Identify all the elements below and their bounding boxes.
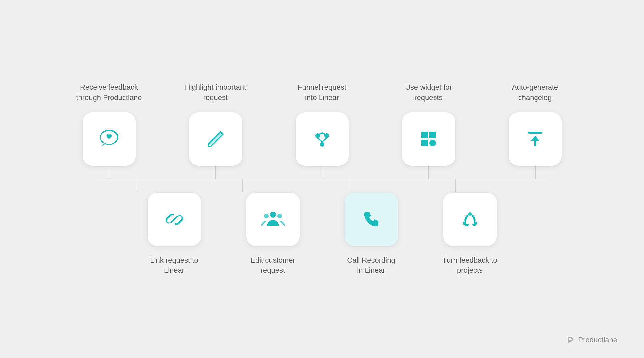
icon-card-receive-feedback [83, 112, 136, 166]
svg-rect-7 [528, 132, 542, 134]
label-receive-feedback: Receive feedbackthrough Productlane [76, 80, 142, 103]
icon-card-link [148, 193, 201, 246]
svg-point-10 [264, 214, 269, 218]
label-widget: Use widget forrequests [405, 80, 452, 103]
top-row: Receive feedbackthrough Productlane High… [56, 80, 588, 179]
svg-point-9 [270, 212, 276, 218]
label-highlight: Highlight importantrequest [185, 80, 246, 103]
svg-point-2 [320, 142, 324, 147]
svg-rect-6 [428, 138, 437, 147]
phone-icon [359, 207, 383, 231]
top-item-widget: Use widget forrequests [395, 80, 462, 179]
bottom-item-edit: Edit customerrequest [244, 193, 302, 279]
logo-icon [566, 335, 575, 345]
top-item-funnel: Funnel requestinto Linear [289, 80, 355, 179]
icon-card-changelog [509, 112, 562, 166]
label-edit: Edit customerrequest [250, 255, 295, 279]
label-changelog: Auto-generatechangelog [512, 80, 558, 103]
icon-card-edit [246, 193, 300, 246]
vline-down-1 [136, 179, 136, 192]
icon-card-turn [443, 193, 497, 246]
top-item-changelog: Auto-generatechangelog [502, 80, 568, 179]
merge-icon [310, 127, 334, 151]
label-call: Call Recordingin Linear [347, 255, 395, 279]
productlane-logo: Productlane [566, 335, 617, 345]
bottom-item-call: Call Recordingin Linear [342, 193, 401, 279]
vline-down-4 [455, 179, 456, 192]
icon-card-highlight [189, 112, 242, 166]
chat-heart-icon [97, 127, 121, 151]
upload-icon [523, 127, 547, 151]
bottom-item-link: Link request toLinear [145, 193, 204, 279]
bottom-item-turn: Turn feedback toprojects [441, 193, 499, 279]
svg-rect-5 [421, 140, 428, 146]
cycle-icon [458, 207, 482, 231]
diagram-container: Receive feedbackthrough Productlane High… [56, 80, 588, 279]
label-funnel: Funnel requestinto Linear [298, 80, 346, 103]
top-item-receive-feedback: Receive feedbackthrough Productlane [76, 80, 142, 179]
icon-card-funnel [296, 112, 349, 166]
widget-icon [417, 127, 441, 151]
svg-point-11 [277, 214, 282, 218]
logo-text: Productlane [578, 336, 617, 344]
label-link: Link request toLinear [150, 255, 198, 279]
icon-card-widget [402, 112, 455, 166]
link-icon [162, 207, 186, 231]
icon-card-call [345, 193, 398, 246]
svg-rect-3 [421, 132, 428, 138]
horizontal-line [96, 179, 548, 179]
svg-rect-4 [429, 132, 436, 138]
vline-down-3 [349, 179, 349, 192]
top-item-highlight: Highlight importantrequest [182, 80, 249, 179]
bottom-row: Link request toLinear Edit customerreque… [56, 193, 588, 279]
pen-icon [204, 127, 228, 151]
vline-down-2 [242, 179, 243, 192]
team-icon [261, 207, 285, 231]
label-turn: Turn feedback toprojects [442, 255, 497, 279]
